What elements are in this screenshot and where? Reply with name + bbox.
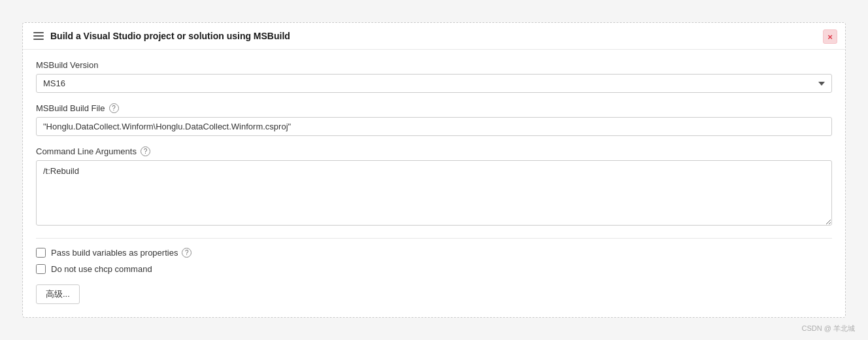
msbuild-build-file-input[interactable] xyxy=(36,117,832,136)
pass-build-variables-checkbox[interactable] xyxy=(36,248,46,258)
do-not-use-chcp-group: Do not use chcp command xyxy=(36,264,832,274)
close-button[interactable]: × xyxy=(823,29,837,44)
panel-header: Build a Visual Studio project or solutio… xyxy=(23,23,845,50)
command-line-args-textarea[interactable] xyxy=(36,160,832,226)
advanced-button[interactable]: 高级... xyxy=(36,284,80,304)
do-not-use-chcp-label[interactable]: Do not use chcp command xyxy=(51,264,152,274)
panel-title: Build a Visual Studio project or solutio… xyxy=(50,31,290,41)
divider xyxy=(36,238,832,239)
pass-build-variables-label[interactable]: Pass build variables as properties ? xyxy=(51,248,192,258)
panel-body: MSBuild Version MS16MS15MS14MS12Latest M… xyxy=(23,50,845,317)
msbuild-build-file-label: MSBuild Build File ? xyxy=(36,103,832,113)
msbuild-version-select[interactable]: MS16MS15MS14MS12Latest xyxy=(36,74,832,93)
command-line-args-group: Command Line Arguments ? xyxy=(36,146,832,228)
msbuild-build-file-help-icon[interactable]: ? xyxy=(109,103,119,113)
pass-build-variables-group: Pass build variables as properties ? xyxy=(36,248,832,258)
command-line-args-help-icon[interactable]: ? xyxy=(141,146,150,156)
msbuild-version-label: MSBuild Version xyxy=(36,60,832,70)
pass-build-variables-help-icon[interactable]: ? xyxy=(182,248,192,258)
watermark: CSDN @ 羊北城 xyxy=(802,324,855,333)
msbuild-build-file-group: MSBuild Build File ? xyxy=(36,103,832,136)
hamburger-icon[interactable] xyxy=(33,32,44,40)
do-not-use-chcp-checkbox[interactable] xyxy=(36,264,46,274)
main-panel: Build a Visual Studio project or solutio… xyxy=(22,22,846,318)
command-line-args-label: Command Line Arguments ? xyxy=(36,146,832,156)
msbuild-version-group: MSBuild Version MS16MS15MS14MS12Latest xyxy=(36,60,832,93)
